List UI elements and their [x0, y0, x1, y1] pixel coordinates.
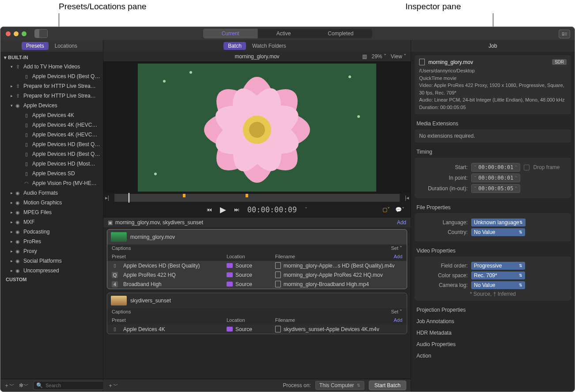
add-link[interactable]: Add: [397, 219, 406, 226]
batch-job[interactable]: skydivers_sunset Captions Set ˅ Preset L…: [107, 293, 407, 334]
callout-right-text: Inspector pane: [405, 2, 461, 11]
media-ext-body: No extensions required.: [415, 129, 571, 143]
section-timing[interactable]: Timing: [411, 146, 575, 158]
tree-group[interactable]: ▸⇧Prepare for HTTP Live Strea…: [0, 81, 103, 91]
play-button[interactable]: ▶: [220, 205, 226, 215]
tree-group[interactable]: ▸◉MXF: [0, 217, 103, 227]
action-menu[interactable]: ✻﹀: [19, 382, 29, 389]
inpoint-stepper[interactable]: ˅00:00:00:01˄: [471, 173, 520, 182]
inspector-toggle[interactable]: [559, 30, 570, 38]
section-projection[interactable]: Projection Properties: [411, 304, 575, 316]
tree-leaf[interactable]: ▯Apple Devices SD: [0, 169, 103, 178]
file-icon: [275, 271, 281, 278]
tree-leaf[interactable]: ▯Apple Devices HD (Most…: [0, 159, 103, 169]
tree-group[interactable]: ▸⇧Prepare for HTTP Live Strea…: [0, 91, 103, 101]
tree-leaf[interactable]: ▯Apple Devices HD (Best Q…: [0, 72, 103, 81]
section-file-props[interactable]: File Properties: [411, 202, 575, 213]
tab-presets[interactable]: Presets: [22, 42, 49, 50]
timecode[interactable]: 00:00:00:09: [247, 205, 297, 214]
search-input[interactable]: [45, 382, 107, 388]
fieldorder-popup[interactable]: Progressive⇅: [471, 262, 525, 270]
section-action[interactable]: Action: [411, 350, 575, 362]
tab-batch[interactable]: Batch: [223, 42, 246, 50]
tree-group[interactable]: ▸◉Motion Graphics: [0, 198, 103, 207]
marker-icon[interactable]: [246, 194, 248, 197]
add-menu[interactable]: ＋﹀: [4, 382, 15, 389]
tree-group[interactable]: ▸◉Audio Formats: [0, 188, 103, 198]
section-video-props[interactable]: Video Properties: [411, 245, 575, 256]
scrub-bar[interactable]: [114, 194, 400, 202]
start-stepper[interactable]: ˅00:00:00:01˄: [471, 163, 520, 172]
section-job-annotations[interactable]: Job Annotations: [411, 316, 575, 327]
seg-completed[interactable]: Completed: [309, 29, 372, 38]
batch-job[interactable]: morning_glory.mov Captions Set ˅ Preset …: [107, 229, 407, 289]
output-row[interactable]: 4Broadband High Source morning_glory-Bro…: [107, 279, 407, 289]
tree-group[interactable]: ▸◉ProRes: [0, 237, 103, 246]
marker-icon[interactable]: [183, 194, 185, 197]
duration-stepper[interactable]: ˅00:00:05:05˄: [471, 184, 520, 193]
search-field[interactable]: 🔍: [33, 381, 110, 390]
sdr-badge: SDR: [552, 59, 567, 65]
seg-active[interactable]: Active: [258, 29, 310, 38]
tree-leaf[interactable]: ▯Apple Devices 4K: [0, 110, 103, 120]
video-props-body: Field order: Progressive⇅ Color space: R…: [415, 256, 571, 301]
comment-dropdown[interactable]: 💬˅: [395, 207, 405, 213]
start-batch-button[interactable]: Start Batch: [369, 381, 406, 390]
file-audio: Audio: Linear PCM, 24-bit Integer (Littl…: [419, 96, 567, 104]
tab-locations[interactable]: Locations: [50, 42, 82, 50]
zoom-button[interactable]: [22, 31, 26, 36]
compare-icon[interactable]: ▥: [362, 53, 367, 60]
tab-watch-folders[interactable]: Watch Folders: [248, 42, 291, 50]
add-job-button[interactable]: ＋﹀: [108, 382, 118, 389]
country-popup[interactable]: No Value⇅: [471, 228, 525, 236]
tree-leaf[interactable]: ◠Apple Vision Pro (MV-HE…: [0, 178, 103, 188]
job-name: skydivers_sunset: [130, 298, 171, 304]
captions-label: Captions: [112, 309, 131, 315]
set-menu[interactable]: Set ˅: [391, 245, 402, 251]
tree-leaf[interactable]: ▯Apple Devices 4K (HEVC…: [0, 120, 103, 130]
close-button[interactable]: [6, 31, 11, 36]
section-media-ext[interactable]: Media Extensions: [411, 118, 575, 129]
tree-group[interactable]: ▾⇧Add to TV Home Videos: [0, 62, 103, 72]
cameralog-label: Camera log:: [419, 282, 468, 288]
output-row[interactable]: ▯Apple Devices HD (Best Quality) Source …: [107, 261, 407, 270]
tree-group[interactable]: ▸◉Social Platforms: [0, 256, 103, 266]
set-menu[interactable]: Set ˅: [391, 309, 402, 315]
process-on-label: Process on:: [283, 382, 311, 388]
tree-group[interactable]: ▸◉Proxy: [0, 246, 103, 256]
go-start-icon[interactable]: ▸|: [105, 195, 109, 201]
tree-group[interactable]: ▸◉Podcasting: [0, 227, 103, 237]
preview-image: [138, 64, 376, 192]
tree-section-custom[interactable]: CUSTOM: [0, 275, 103, 283]
process-on-menu[interactable]: This Computer⇅: [315, 381, 364, 390]
timing-body: Start: ˅00:00:00:01˄ Drop frame In point…: [415, 158, 571, 198]
four-icon: 4: [112, 281, 118, 287]
go-end-icon[interactable]: |◂: [405, 195, 409, 201]
seg-current[interactable]: Current: [203, 29, 258, 38]
section-audio-props[interactable]: Audio Properties: [411, 339, 575, 350]
add-output-link[interactable]: Add: [393, 317, 402, 323]
tree-leaf[interactable]: ▯Apple Devices 4K (HEVC…: [0, 130, 103, 139]
tree-section-builtin[interactable]: ▾ BUILT-IN: [0, 53, 103, 62]
next-frame-button[interactable]: ⏭: [234, 207, 239, 213]
drop-frame-checkbox[interactable]: [524, 165, 530, 170]
tree-leaf[interactable]: ▯Apple Devices HD (Best Q…: [0, 139, 103, 149]
view-menu[interactable]: View ˅: [391, 53, 406, 60]
minimize-button[interactable]: [14, 31, 19, 36]
add-output-link[interactable]: Add: [393, 254, 402, 259]
tree-group[interactable]: ▾◉Apple Devices: [0, 101, 103, 110]
output-row[interactable]: ▯Apple Devices 4K Source skydivers_sunse…: [107, 324, 407, 334]
output-row[interactable]: QApple ProRes 422 HQ Source morning_glor…: [107, 270, 407, 279]
colorspace-popup[interactable]: Rec. 709*⇅: [471, 271, 525, 279]
tree-group[interactable]: ▸◉Uncompressed: [0, 266, 103, 275]
cameralog-popup[interactable]: No Value⇅: [471, 281, 525, 289]
language-popup[interactable]: Unknown language⇅: [471, 219, 526, 226]
zoom-menu[interactable]: 29% ˅: [371, 53, 386, 60]
section-hdr-metadata[interactable]: HDR Metadata: [411, 327, 575, 339]
marker-dropdown[interactable]: ▢˅: [382, 207, 390, 213]
sidebar-toggle[interactable]: [34, 29, 48, 38]
tree-group[interactable]: ▸◉MPEG Files: [0, 207, 103, 217]
col-location: Location: [227, 317, 275, 323]
tree-leaf[interactable]: ▯Apple Devices HD (Best Q…: [0, 149, 103, 159]
prev-frame-button[interactable]: ⏮: [207, 207, 212, 213]
